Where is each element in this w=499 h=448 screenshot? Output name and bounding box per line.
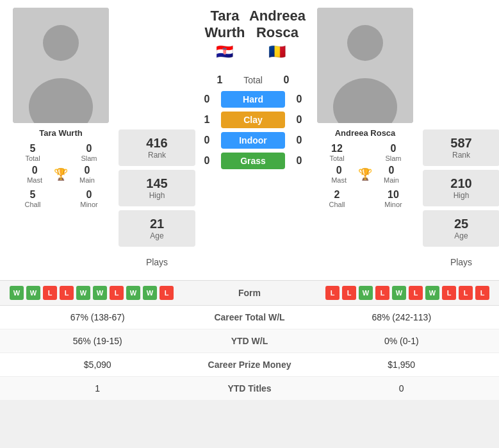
player1-rank-box: 416 Rank — [119, 129, 195, 166]
indoor-row: 0 Indoor 0 — [200, 132, 306, 149]
form-badge-p2: W — [425, 286, 439, 300]
form-badge-p2: L — [475, 286, 489, 300]
player2-inner-stats: 587 Rank 210 High 25 Age Plays — [423, 129, 499, 274]
svg-point-4 — [347, 25, 383, 61]
player1-plays-box: Plays — [119, 251, 195, 274]
prize-p2: $1,950 — [314, 360, 490, 370]
player1-area: Tara Wurth 5 Total 0 Slam 0 Mast — [6, 8, 195, 274]
indoor-button[interactable]: Indoor — [221, 132, 285, 149]
center-column: Tara Wurth 🇭🇷 Andreea Rosca🇷🇴 1 Total 0 … — [200, 8, 306, 274]
titles-label: YTD Titles — [186, 383, 314, 394]
player1-name-label: Tara Wurth — [39, 128, 82, 138]
player1-card: Tara Wurth 5 Total 0 Slam 0 Mast — [6, 8, 115, 208]
player-names-row: Tara Wurth 🇭🇷 Andreea Rosca🇷🇴 — [200, 8, 306, 67]
form-badge-p1: L — [110, 286, 124, 300]
player2-high-box: 210 High — [423, 170, 499, 206]
grass-p1-score: 0 — [200, 155, 213, 167]
prize-row: $5,090 Career Prize Money $1,950 — [0, 353, 499, 377]
clay-p2-score: 0 — [293, 114, 306, 126]
form-badge-p2: L — [442, 286, 456, 300]
player1-chall-stat: 5 Chall — [10, 189, 56, 208]
form-badge-p1: L — [160, 286, 174, 300]
player2-area: Andreea Rosca 12 Total 0 Slam 0 Mast — [311, 8, 499, 274]
form-badge-p1: W — [93, 286, 107, 300]
indoor-p1-score: 0 — [200, 135, 213, 146]
form-badge-p2: L — [342, 286, 356, 300]
indoor-p2-score: 0 — [293, 135, 306, 146]
grass-button[interactable]: Grass — [221, 153, 285, 169]
players-section: Tara Wurth 5 Total 0 Slam 0 Mast — [0, 0, 499, 280]
main-container: Tara Wurth 5 Total 0 Slam 0 Mast — [0, 0, 499, 400]
titles-row: 1 YTD Titles 0 — [0, 377, 499, 400]
form-label: Form — [199, 288, 301, 298]
form-badge-p1: L — [60, 286, 74, 300]
player1-trophy-row: 0 Mast 🏆 0 Main — [6, 165, 115, 184]
form-badge-p1: W — [76, 286, 90, 300]
grass-p2-score: 0 — [293, 155, 306, 167]
form-badge-p1: W — [126, 286, 140, 300]
titles-p2: 0 — [314, 383, 490, 394]
player1-photo — [13, 8, 109, 123]
clay-p1-score: 1 — [200, 114, 213, 126]
total-p2-score: 0 — [280, 74, 293, 86]
player1-heading: Tara Wurth — [200, 8, 249, 41]
hard-button[interactable]: Hard — [221, 91, 285, 108]
career-wl-p2: 68% (242-113) — [314, 312, 490, 322]
career-wl-row: 67% (138-67) Career Total W/L 68% (242-1… — [0, 306, 499, 329]
titles-p1: 1 — [10, 383, 186, 394]
ytd-wl-row: 56% (19-15) YTD W/L 0% (0-1) — [0, 329, 499, 353]
total-row: 1 Total 0 — [200, 74, 306, 86]
form-badge-p2: W — [392, 286, 406, 300]
player2-bottom-stats: 2 Chall 10 Minor — [311, 189, 420, 208]
player2-total-stat: 12 Total — [314, 143, 360, 162]
player1-main-stat: 0 Main — [79, 165, 95, 184]
form-badge-p2: L — [459, 286, 473, 300]
hard-p2-score: 0 — [293, 94, 306, 105]
ytd-wl-p2: 0% (0-1) — [314, 336, 490, 346]
player2-heading: Andreea Rosca — [249, 8, 306, 41]
total-p1-score: 1 — [213, 74, 226, 86]
player2-slam-stat: 0 Slam — [370, 143, 416, 162]
bottom-section: WWLLWWLWWL Form LLWLWLWLLL 67% (138-67) … — [0, 280, 499, 400]
player2-name-label: Andreea Rosca — [335, 128, 396, 138]
form-row: WWLLWWLWWL Form LLWLWLWLLL — [0, 281, 499, 306]
player2-age-box: 25 Age — [423, 210, 499, 247]
player2-mast-stat: 0 Mast — [331, 165, 347, 184]
player1-bottom-stats: 5 Chall 0 Minor — [6, 189, 115, 208]
player2-name-block: Andreea Rosca🇷🇴 — [249, 8, 306, 67]
form-badge-p2: L — [409, 286, 423, 300]
svg-point-1 — [43, 25, 79, 61]
grass-row: 0 Grass 0 — [200, 153, 306, 169]
ytd-wl-label: YTD W/L — [186, 336, 314, 346]
form-p2: LLWLWLWLLL — [301, 286, 490, 300]
player1-flag: 🇭🇷 — [200, 44, 249, 60]
form-badge-p1: W — [10, 286, 24, 300]
clay-row: 1 Clay 0 — [200, 112, 306, 128]
player2-stats: 12 Total 0 Slam — [311, 143, 420, 162]
form-badge-p1: L — [43, 286, 57, 300]
player1-high-box: 145 High — [119, 170, 195, 206]
form-badge-p1: W — [26, 286, 40, 300]
form-badge-p2: L — [375, 286, 389, 300]
hard-row: 0 Hard 0 — [200, 91, 306, 108]
player1-age-box: 21 Age — [119, 210, 195, 247]
form-p1: WWLLWWLWWL — [10, 286, 199, 300]
player2-main-stat: 0 Main — [384, 165, 399, 184]
player2-minor-stat: 10 Minor — [370, 189, 416, 208]
form-badge-p1: W — [143, 286, 157, 300]
trophy-icon-left: 🏆 — [54, 167, 68, 181]
career-wl-label: Career Total W/L — [186, 312, 314, 322]
prize-label: Career Prize Money — [186, 360, 314, 370]
player1-stats: 5 Total 0 Slam — [6, 143, 115, 162]
career-wl-p1: 67% (138-67) — [10, 312, 186, 322]
form-badge-p2: L — [325, 286, 339, 300]
player1-inner-stats: 416 Rank 145 High 21 Age Plays — [119, 129, 195, 274]
player2-photo — [317, 8, 413, 123]
player1-total-stat: 5 Total — [10, 143, 56, 162]
player2-flag: 🇷🇴 — [249, 44, 306, 60]
player1-mast-stat: 0 Mast — [27, 165, 42, 184]
form-badge-p2: W — [359, 286, 373, 300]
hard-p1-score: 0 — [200, 94, 213, 105]
player2-trophy-row: 0 Mast 🏆 0 Main — [311, 165, 420, 184]
clay-button[interactable]: Clay — [221, 112, 285, 128]
